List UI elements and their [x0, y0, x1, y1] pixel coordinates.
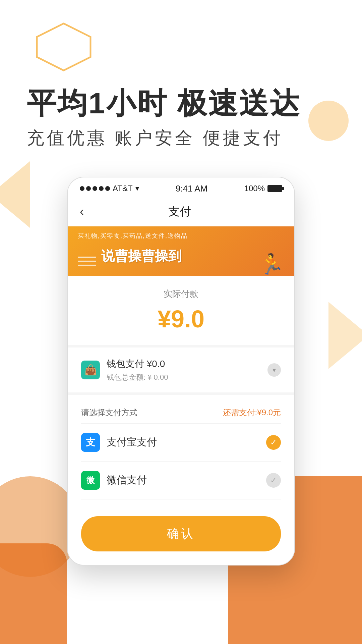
wechat-icon: 微 — [81, 471, 100, 490]
banner-text: 说曹操曹操到 — [101, 247, 182, 265]
banner-main-text: 说曹操曹操到 — [78, 245, 182, 268]
status-bar: AT&T ▾ 9:41 AM 100% — [68, 177, 294, 197]
signal-dot-1 — [80, 186, 84, 191]
wechat-label: 微信支付 — [107, 473, 266, 487]
wechat-method-row[interactable]: 微 微信支付 ✓ — [81, 462, 281, 499]
hero-section: 平均1小时 极速送达 充值优惠 账户安全 便捷支付 — [0, 0, 362, 150]
nav-bar: ‹ 支付 — [68, 197, 294, 226]
status-left: AT&T ▾ — [80, 184, 139, 193]
signal-dot-4 — [99, 186, 104, 191]
signal-dot-2 — [86, 186, 91, 191]
svg-marker-1 — [0, 161, 30, 228]
banner-small-text: 买礼物,买零食,买药品,送文件,送物品 — [78, 232, 188, 240]
signal-dot-5 — [105, 186, 110, 191]
decorative-arrow-right — [328, 302, 362, 369]
payment-label: 实际付款 — [81, 288, 281, 300]
banner-lines-icon — [78, 255, 98, 268]
watermark-text: Whi — [0, 564, 362, 617]
svg-marker-2 — [328, 302, 362, 369]
battery-percent: 100% — [244, 184, 265, 193]
method-remaining-amount: 还需支付:¥9.0元 — [223, 407, 281, 418]
hero-subtitle: 充值优惠 账户安全 便捷支付 — [27, 126, 362, 150]
alipay-icon: 支 — [81, 433, 100, 452]
method-header: 请选择支付方式 还需支付:¥9.0元 — [81, 402, 281, 424]
hero-title: 平均1小时 极速送达 — [27, 87, 362, 120]
carrier-label: AT&T — [113, 184, 133, 193]
wechat-unselected-icon: ✓ — [266, 473, 281, 488]
back-button[interactable]: ‹ — [80, 205, 84, 219]
payment-amount: ¥9.0 — [81, 305, 281, 333]
wallet-section[interactable]: 👜 钱包支付 ¥0.0 钱包总金额: ¥ 0.00 ▾ — [68, 347, 294, 395]
method-header-label: 请选择支付方式 — [81, 407, 137, 418]
alipay-label: 支付宝支付 — [107, 435, 266, 449]
wallet-icon: 👜 — [81, 361, 100, 379]
wallet-balance: 钱包总金额: ¥ 0.00 — [107, 372, 267, 382]
decorative-arrow-left — [0, 161, 30, 228]
phone-mockup: AT&T ▾ 9:41 AM 100% ‹ 支付 买礼物,买零食,买药品,送文件… — [67, 177, 295, 566]
promo-banner: 买礼物,买零食,买药品,送文件,送物品 说曹操曹操到 🏃 — [68, 226, 294, 276]
battery-icon — [267, 185, 282, 192]
bottom-watermark: Whi — [0, 564, 362, 617]
alipay-selected-icon: ✓ — [266, 435, 281, 450]
wifi-icon: ▾ — [135, 184, 139, 193]
wallet-expand-icon[interactable]: ▾ — [267, 363, 281, 377]
time-display: 9:41 AM — [176, 183, 207, 194]
payment-section: 实际付款 ¥9.0 — [68, 276, 294, 347]
wallet-info: 钱包支付 ¥0.0 钱包总金额: ¥ 0.00 — [107, 358, 267, 382]
wallet-name: 钱包支付 ¥0.0 — [107, 358, 267, 370]
payment-method-section: 请选择支付方式 还需支付:¥9.0元 支 支付宝支付 ✓ 微 微信支付 ✓ — [68, 395, 294, 506]
status-right: 100% — [244, 184, 282, 193]
running-figure-icon: 🏃 — [259, 252, 284, 276]
page-title: 支付 — [90, 204, 269, 219]
confirm-button-wrapper: 确认 — [68, 506, 294, 565]
signal-dot-3 — [93, 186, 97, 191]
alipay-method-row[interactable]: 支 支付宝支付 ✓ — [81, 424, 281, 462]
signal-dots — [80, 186, 110, 191]
confirm-button[interactable]: 确认 — [81, 516, 281, 551]
